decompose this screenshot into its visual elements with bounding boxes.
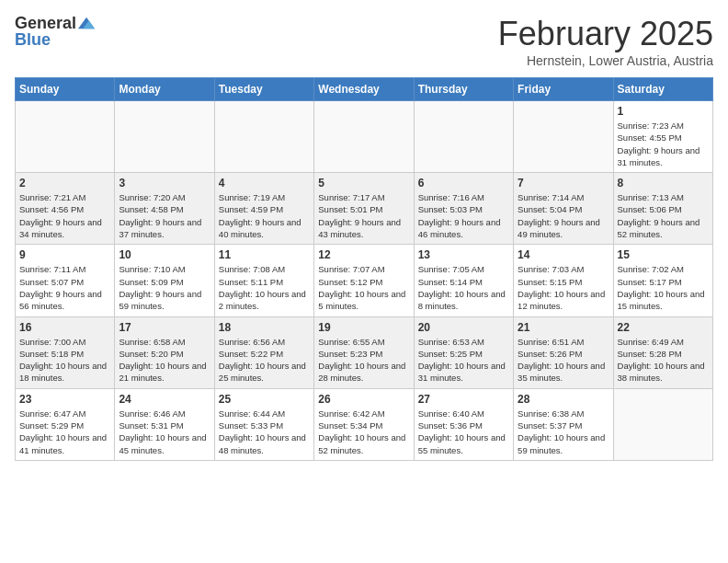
calendar-day-cell: 23Sunrise: 6:47 AM Sunset: 5:29 PM Dayli… bbox=[16, 388, 115, 460]
day-number: 17 bbox=[119, 321, 210, 334]
day-number: 6 bbox=[418, 177, 509, 190]
calendar-day-cell: 21Sunrise: 6:51 AM Sunset: 5:26 PM Dayli… bbox=[514, 316, 613, 388]
calendar-day-cell: 26Sunrise: 6:42 AM Sunset: 5:34 PM Dayli… bbox=[314, 388, 414, 460]
calendar-day-cell: 15Sunrise: 7:02 AM Sunset: 5:17 PM Dayli… bbox=[613, 245, 712, 316]
day-number: 14 bbox=[518, 248, 609, 261]
day-info: Sunrise: 6:40 AM Sunset: 5:36 PM Dayligh… bbox=[418, 408, 509, 456]
day-number: 28 bbox=[518, 393, 609, 406]
weekday-header-row: SundayMondayTuesdayWednesdayThursdayFrid… bbox=[16, 78, 713, 101]
day-info: Sunrise: 7:02 AM Sunset: 5:17 PM Dayligh… bbox=[618, 263, 709, 312]
weekday-header-monday: Monday bbox=[115, 78, 214, 101]
day-number: 25 bbox=[219, 393, 310, 406]
day-info: Sunrise: 7:11 AM Sunset: 5:07 PM Dayligh… bbox=[19, 263, 110, 312]
calendar-day-cell bbox=[16, 101, 115, 173]
calendar-day-cell: 6Sunrise: 7:16 AM Sunset: 5:03 PM Daylig… bbox=[414, 173, 513, 245]
calendar-day-cell: 11Sunrise: 7:08 AM Sunset: 5:11 PM Dayli… bbox=[214, 245, 313, 316]
day-info: Sunrise: 6:53 AM Sunset: 5:25 PM Dayligh… bbox=[418, 336, 509, 385]
day-number: 23 bbox=[19, 393, 110, 406]
calendar-week-row: 23Sunrise: 6:47 AM Sunset: 5:29 PM Dayli… bbox=[16, 388, 713, 460]
calendar-day-cell bbox=[414, 101, 513, 173]
page-header: General Blue February 2025 Hernstein, Lo… bbox=[15, 15, 713, 68]
calendar-day-cell: 24Sunrise: 6:46 AM Sunset: 5:31 PM Dayli… bbox=[115, 388, 214, 460]
calendar-week-row: 1Sunrise: 7:23 AM Sunset: 4:55 PM Daylig… bbox=[16, 101, 713, 173]
calendar-day-cell: 13Sunrise: 7:05 AM Sunset: 5:14 PM Dayli… bbox=[414, 245, 513, 316]
weekday-header-tuesday: Tuesday bbox=[214, 78, 313, 101]
day-info: Sunrise: 7:05 AM Sunset: 5:14 PM Dayligh… bbox=[418, 263, 509, 312]
day-info: Sunrise: 7:08 AM Sunset: 5:11 PM Dayligh… bbox=[219, 263, 310, 312]
calendar-day-cell: 25Sunrise: 6:44 AM Sunset: 5:33 PM Dayli… bbox=[214, 388, 313, 460]
day-info: Sunrise: 7:20 AM Sunset: 4:58 PM Dayligh… bbox=[119, 191, 210, 240]
calendar-day-cell bbox=[314, 101, 414, 173]
day-number: 12 bbox=[318, 248, 409, 261]
day-info: Sunrise: 7:03 AM Sunset: 5:15 PM Dayligh… bbox=[518, 263, 609, 312]
day-info: Sunrise: 6:56 AM Sunset: 5:22 PM Dayligh… bbox=[219, 336, 310, 385]
weekday-header-saturday: Saturday bbox=[613, 78, 712, 101]
day-info: Sunrise: 7:17 AM Sunset: 5:01 PM Dayligh… bbox=[318, 191, 409, 240]
day-number: 10 bbox=[119, 248, 210, 261]
day-number: 4 bbox=[219, 177, 310, 190]
logo-blue-text: Blue bbox=[15, 31, 51, 48]
day-info: Sunrise: 6:47 AM Sunset: 5:29 PM Dayligh… bbox=[19, 408, 110, 456]
calendar-day-cell: 3Sunrise: 7:20 AM Sunset: 4:58 PM Daylig… bbox=[115, 173, 214, 245]
month-title: February 2025 bbox=[498, 15, 713, 53]
logo-general-text: General bbox=[15, 15, 76, 31]
calendar-day-cell bbox=[214, 101, 313, 173]
day-number: 2 bbox=[19, 177, 110, 190]
day-number: 1 bbox=[618, 105, 709, 118]
day-info: Sunrise: 6:58 AM Sunset: 5:20 PM Dayligh… bbox=[119, 336, 210, 385]
day-info: Sunrise: 7:19 AM Sunset: 4:59 PM Dayligh… bbox=[219, 191, 310, 240]
calendar-day-cell bbox=[514, 101, 613, 173]
calendar-day-cell: 22Sunrise: 6:49 AM Sunset: 5:28 PM Dayli… bbox=[613, 316, 712, 388]
day-number: 19 bbox=[318, 321, 409, 334]
day-number: 9 bbox=[19, 248, 110, 261]
day-info: Sunrise: 6:38 AM Sunset: 5:37 PM Dayligh… bbox=[518, 408, 609, 456]
day-number: 7 bbox=[518, 177, 609, 190]
day-info: Sunrise: 7:10 AM Sunset: 5:09 PM Dayligh… bbox=[119, 263, 210, 312]
calendar-day-cell bbox=[613, 388, 712, 460]
day-info: Sunrise: 6:49 AM Sunset: 5:28 PM Dayligh… bbox=[618, 336, 709, 385]
calendar-day-cell: 17Sunrise: 6:58 AM Sunset: 5:20 PM Dayli… bbox=[115, 316, 214, 388]
calendar-day-cell: 9Sunrise: 7:11 AM Sunset: 5:07 PM Daylig… bbox=[16, 245, 115, 316]
calendar-day-cell: 14Sunrise: 7:03 AM Sunset: 5:15 PM Dayli… bbox=[514, 245, 613, 316]
weekday-header-wednesday: Wednesday bbox=[314, 78, 414, 101]
calendar-week-row: 16Sunrise: 7:00 AM Sunset: 5:18 PM Dayli… bbox=[16, 316, 713, 388]
calendar-day-cell: 20Sunrise: 6:53 AM Sunset: 5:25 PM Dayli… bbox=[414, 316, 513, 388]
day-number: 27 bbox=[418, 393, 509, 406]
day-info: Sunrise: 6:55 AM Sunset: 5:23 PM Dayligh… bbox=[318, 336, 409, 385]
logo: General Blue bbox=[15, 15, 95, 48]
weekday-header-friday: Friday bbox=[514, 78, 613, 101]
day-number: 20 bbox=[418, 321, 509, 334]
day-number: 15 bbox=[618, 248, 709, 261]
location-title: Hernstein, Lower Austria, Austria bbox=[498, 53, 713, 68]
day-number: 24 bbox=[119, 393, 210, 406]
calendar-day-cell: 8Sunrise: 7:13 AM Sunset: 5:06 PM Daylig… bbox=[613, 173, 712, 245]
day-number: 18 bbox=[219, 321, 310, 334]
day-info: Sunrise: 7:00 AM Sunset: 5:18 PM Dayligh… bbox=[19, 336, 110, 385]
calendar-day-cell bbox=[115, 101, 214, 173]
day-number: 13 bbox=[418, 248, 509, 261]
day-number: 8 bbox=[618, 177, 709, 190]
calendar-day-cell: 27Sunrise: 6:40 AM Sunset: 5:36 PM Dayli… bbox=[414, 388, 513, 460]
calendar-day-cell: 4Sunrise: 7:19 AM Sunset: 4:59 PM Daylig… bbox=[214, 173, 313, 245]
day-info: Sunrise: 7:14 AM Sunset: 5:04 PM Dayligh… bbox=[518, 191, 609, 240]
weekday-header-thursday: Thursday bbox=[414, 78, 513, 101]
calendar-day-cell: 2Sunrise: 7:21 AM Sunset: 4:56 PM Daylig… bbox=[16, 173, 115, 245]
day-number: 3 bbox=[119, 177, 210, 190]
day-number: 5 bbox=[318, 177, 409, 190]
weekday-header-sunday: Sunday bbox=[16, 78, 115, 101]
day-info: Sunrise: 6:42 AM Sunset: 5:34 PM Dayligh… bbox=[318, 408, 409, 456]
calendar-day-cell: 12Sunrise: 7:07 AM Sunset: 5:12 PM Dayli… bbox=[314, 245, 414, 316]
day-info: Sunrise: 6:44 AM Sunset: 5:33 PM Dayligh… bbox=[219, 408, 310, 456]
calendar-day-cell: 16Sunrise: 7:00 AM Sunset: 5:18 PM Dayli… bbox=[16, 316, 115, 388]
title-section: February 2025 Hernstein, Lower Austria, … bbox=[498, 15, 713, 68]
calendar-day-cell: 28Sunrise: 6:38 AM Sunset: 5:37 PM Dayli… bbox=[514, 388, 613, 460]
day-info: Sunrise: 7:21 AM Sunset: 4:56 PM Dayligh… bbox=[19, 191, 110, 240]
calendar-day-cell: 1Sunrise: 7:23 AM Sunset: 4:55 PM Daylig… bbox=[613, 101, 712, 173]
calendar-day-cell: 5Sunrise: 7:17 AM Sunset: 5:01 PM Daylig… bbox=[314, 173, 414, 245]
day-number: 26 bbox=[318, 393, 409, 406]
calendar-week-row: 2Sunrise: 7:21 AM Sunset: 4:56 PM Daylig… bbox=[16, 173, 713, 245]
day-info: Sunrise: 7:13 AM Sunset: 5:06 PM Dayligh… bbox=[618, 191, 709, 240]
day-info: Sunrise: 7:23 AM Sunset: 4:55 PM Dayligh… bbox=[618, 120, 709, 168]
calendar-table: SundayMondayTuesdayWednesdayThursdayFrid… bbox=[15, 77, 713, 461]
day-number: 11 bbox=[219, 248, 310, 261]
